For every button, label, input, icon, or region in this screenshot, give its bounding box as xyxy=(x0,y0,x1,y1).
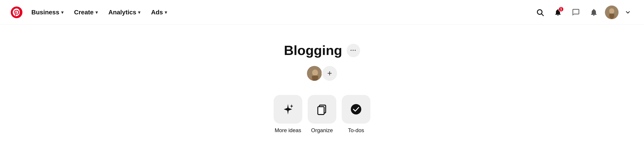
sparkle-icon xyxy=(282,103,294,116)
nav-item-create[interactable]: Create ▾ xyxy=(70,6,102,19)
nav-left: Business ▾ Create ▾ Analytics ▾ Ads ▾ xyxy=(11,6,172,19)
more-ideas-label: More ideas xyxy=(275,127,302,133)
svg-point-7 xyxy=(312,70,318,76)
alert-icon xyxy=(590,8,598,16)
main-content: Blogging ··· + xyxy=(0,25,644,133)
notifications-button[interactable]: 1 xyxy=(551,5,565,20)
svg-point-4 xyxy=(609,8,614,14)
pinterest-logo[interactable] xyxy=(11,7,22,18)
nav-right: 1 xyxy=(533,5,633,20)
expand-button[interactable] xyxy=(622,7,633,18)
alerts-button[interactable] xyxy=(587,5,601,20)
nav-item-business[interactable]: Business ▾ xyxy=(27,6,68,19)
checkmark-icon xyxy=(350,103,362,116)
collaborator-avatar-image xyxy=(307,66,322,81)
avatar-image xyxy=(605,6,618,19)
nav-item-ads[interactable]: Ads ▾ xyxy=(146,6,172,19)
more-ideas-button[interactable] xyxy=(274,95,302,124)
search-icon xyxy=(536,8,544,16)
organize-button[interactable] xyxy=(308,95,336,124)
create-label: Create xyxy=(74,9,94,16)
search-button[interactable] xyxy=(533,5,547,20)
business-chevron-icon: ▾ xyxy=(61,10,64,15)
messages-button[interactable] xyxy=(569,5,583,20)
more-options-button[interactable]: ··· xyxy=(347,44,360,57)
board-title-row: Blogging ··· xyxy=(284,43,360,58)
analytics-label: Analytics xyxy=(108,9,136,16)
organize-label: Organize xyxy=(311,127,333,133)
board-title: Blogging xyxy=(284,43,342,58)
create-chevron-icon: ▾ xyxy=(96,10,98,15)
collaborator-avatar xyxy=(306,65,322,81)
action-buttons-row: More ideas Organize To-dos xyxy=(274,95,370,133)
svg-line-2 xyxy=(542,14,544,16)
nav-item-analytics[interactable]: Analytics ▾ xyxy=(104,6,145,19)
svg-point-0 xyxy=(11,7,22,18)
add-collaborator-button[interactable]: + xyxy=(322,65,338,81)
organize-icon xyxy=(316,103,328,116)
more-ideas-container[interactable]: More ideas xyxy=(274,95,302,133)
organize-container[interactable]: Organize xyxy=(308,95,336,133)
navbar: Business ▾ Create ▾ Analytics ▾ Ads ▾ xyxy=(0,0,644,25)
notification-badge: 1 xyxy=(558,7,564,12)
chevron-down-icon xyxy=(625,9,631,16)
to-dos-button[interactable] xyxy=(342,95,370,124)
business-label: Business xyxy=(31,9,60,16)
analytics-chevron-icon: ▾ xyxy=(138,10,140,15)
ads-label: Ads xyxy=(151,9,163,16)
to-dos-label: To-dos xyxy=(348,127,364,133)
user-avatar[interactable] xyxy=(604,5,619,20)
ads-chevron-icon: ▾ xyxy=(165,10,167,15)
svg-point-11 xyxy=(351,104,362,115)
message-icon xyxy=(572,8,580,16)
to-dos-container[interactable]: To-dos xyxy=(342,95,370,133)
svg-rect-10 xyxy=(318,107,324,114)
collaborators-row: + xyxy=(306,65,338,81)
